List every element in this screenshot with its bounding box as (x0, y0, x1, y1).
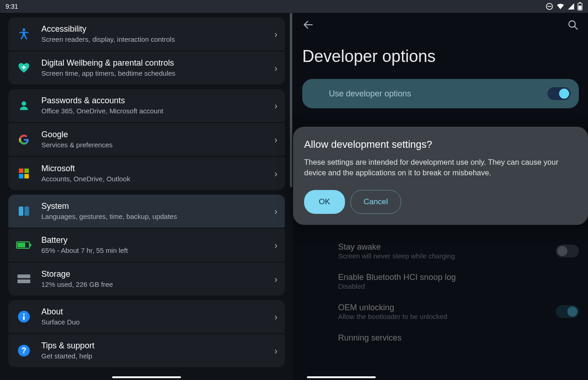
status-bar: 9:31 (0, 0, 293, 13)
detail-header (293, 13, 588, 39)
row-subtitle: Screen readers, display, interaction con… (41, 34, 274, 44)
status-bar-right (293, 0, 588, 13)
settings-group: System Languages, gestures, time, backup… (8, 195, 285, 296)
scrollbar-indicator[interactable] (290, 13, 292, 187)
settings-row-storage[interactable]: Storage 12% used, 226 GB free › (8, 263, 285, 296)
row-subtitle: Languages, gestures, time, backup, updat… (41, 212, 274, 221)
chevron-right-icon: › (274, 240, 277, 251)
option-title: Stay awake (338, 242, 556, 252)
page-title: Developer options (293, 39, 588, 79)
row-subtitle: Office 365, OneDrive, Microsoft account (41, 106, 274, 116)
settings-group: About Surface Duo › ? Tips & support Get… (8, 300, 285, 367)
option-subtitle: Allow the bootloader to be unlocked (338, 313, 556, 320)
svg-point-0 (23, 28, 25, 31)
row-subtitle: Accounts, OneDrive, Outlook (41, 174, 274, 184)
settings-row-about[interactable]: About Surface Duo › (8, 300, 285, 333)
settings-row-battery[interactable]: Battery 65% - About 7 hr, 55 min left › (8, 229, 285, 262)
toggle-switch[interactable] (548, 87, 571, 100)
svg-rect-24 (578, 6, 581, 10)
chevron-right-icon: › (274, 101, 277, 111)
svg-rect-3 (24, 168, 29, 173)
option-title: Running services (338, 333, 579, 343)
settings-row-tips[interactable]: ? Tips & support Get started, help › (8, 334, 285, 367)
svg-point-16 (23, 313, 25, 315)
svg-point-12 (28, 276, 29, 277)
signal-icon (567, 3, 575, 10)
battery-icon (577, 2, 582, 11)
svg-rect-7 (24, 207, 29, 216)
option-title: Enable Bluetooth HCI snoop log (338, 273, 579, 282)
row-title: Accessibility (41, 24, 274, 34)
row-title: System (41, 201, 274, 212)
svg-rect-6 (19, 207, 23, 216)
battery-icon (13, 234, 35, 256)
confirm-dialog: Allow development settings? These settin… (293, 127, 588, 225)
svg-rect-9 (17, 243, 25, 247)
svg-rect-4 (19, 174, 23, 179)
info-icon (13, 306, 35, 328)
option-hci-snoop[interactable]: Enable Bluetooth HCI snoop log Disabled (302, 266, 579, 296)
svg-point-1 (22, 101, 26, 106)
chevron-right-icon: › (274, 274, 277, 285)
svg-line-26 (575, 27, 577, 29)
back-button[interactable] (302, 19, 314, 33)
help-icon: ? (13, 340, 35, 362)
nav-handle[interactable] (307, 376, 376, 378)
nav-handle[interactable] (112, 376, 181, 378)
row-title: Tips & support (41, 341, 274, 351)
settings-row-google[interactable]: Google Services & preferences › (8, 123, 285, 156)
svg-rect-10 (30, 244, 31, 246)
option-stay-awake[interactable]: Stay awake Screen will never sleep while… (302, 236, 579, 266)
svg-rect-23 (579, 2, 581, 3)
chevron-right-icon: › (274, 346, 277, 356)
chevron-right-icon: › (274, 168, 277, 179)
microsoft-icon (13, 162, 35, 184)
toggle-switch[interactable] (556, 245, 579, 257)
chevron-right-icon: › (274, 134, 277, 145)
row-subtitle: Screen time, app timers, bedtime schedul… (41, 68, 274, 78)
status-time: 9:31 (6, 3, 18, 10)
master-toggle-label: Use developer options (329, 89, 411, 99)
row-title: Battery (41, 235, 274, 246)
settings-row-accessibility[interactable]: Accessibility Screen readers, display, i… (8, 17, 285, 50)
option-title: OEM unlocking (338, 303, 556, 313)
search-button[interactable] (567, 19, 579, 33)
option-oem-unlocking[interactable]: OEM unlocking Allow the bootloader to be… (302, 296, 579, 327)
row-title: Microsoft (41, 163, 274, 174)
svg-point-14 (28, 281, 29, 282)
accessibility-icon (13, 23, 35, 45)
dialog-title: Allow development settings? (304, 139, 577, 151)
wifi-icon (556, 2, 565, 11)
settings-row-system[interactable]: System Languages, gestures, time, backup… (8, 195, 285, 228)
settings-row-wellbeing[interactable]: Digital Wellbeing & parental controls Sc… (8, 51, 285, 84)
row-subtitle: Surface Duo (41, 317, 274, 327)
row-title: Storage (41, 269, 274, 279)
row-title: Digital Wellbeing & parental controls (41, 58, 274, 68)
settings-row-microsoft[interactable]: Microsoft Accounts, OneDrive, Outlook › (8, 157, 285, 190)
storage-icon (13, 268, 35, 290)
master-toggle-row[interactable]: Use developer options (302, 79, 579, 108)
option-subtitle: Disabled (338, 282, 579, 290)
row-subtitle: Get started, help (41, 351, 274, 361)
person-icon (13, 95, 35, 117)
settings-row-passwords[interactable]: Passwords & accounts Office 365, OneDriv… (8, 89, 285, 122)
wellbeing-icon (13, 57, 35, 79)
chevron-right-icon: › (274, 63, 277, 73)
ok-button[interactable]: OK (304, 190, 345, 214)
option-running-services[interactable]: Running services (302, 327, 579, 343)
row-title: About (41, 307, 274, 317)
row-subtitle: 12% used, 226 GB free (41, 279, 274, 289)
settings-scroll[interactable]: Accessibility Screen readers, display, i… (0, 13, 293, 380)
dialog-body: These settings are intended for developm… (304, 157, 577, 178)
option-subtitle: Screen will never sleep while charging (338, 252, 556, 260)
svg-rect-5 (24, 174, 29, 179)
settings-group: Passwords & accounts Office 365, OneDriv… (8, 89, 285, 190)
svg-text:?: ? (22, 346, 27, 355)
toggle-switch[interactable] (556, 305, 579, 318)
chevron-right-icon: › (274, 206, 277, 217)
svg-rect-17 (23, 316, 24, 320)
cancel-button[interactable]: Cancel (351, 190, 401, 214)
dnd-icon (545, 2, 554, 11)
svg-rect-2 (19, 168, 23, 173)
row-subtitle: Services & preferences (41, 140, 274, 150)
